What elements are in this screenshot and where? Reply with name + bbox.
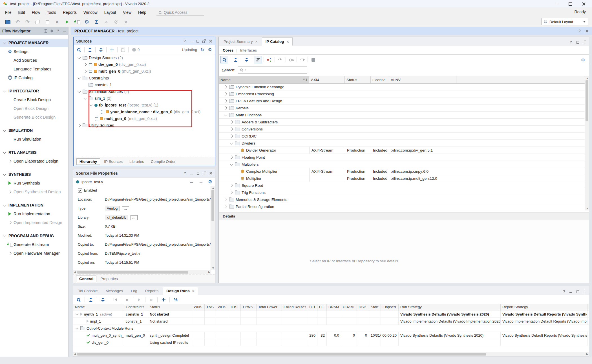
open-folder-button[interactable] xyxy=(3,18,13,26)
percent-icon[interactable]: % xyxy=(172,296,179,303)
maximize-button[interactable] xyxy=(568,2,572,6)
chevron-down-icon[interactable] xyxy=(3,89,6,92)
column-header-name[interactable]: Name xyxy=(73,304,124,311)
ip-row-trig-functions[interactable]: Trig Functions xyxy=(219,189,585,196)
bottom-tab-log[interactable]: Log xyxy=(127,287,141,295)
undo-button[interactable]: ↶ xyxy=(13,18,23,26)
column-header-constraints[interactable]: Constraints xyxy=(124,304,148,311)
minimize-panel-icon[interactable] xyxy=(63,29,66,33)
column-header-license[interactable]: License xyxy=(371,76,389,83)
chevron-down-icon[interactable] xyxy=(3,150,6,154)
add-sources-icon[interactable] xyxy=(108,46,116,53)
ip-search-input[interactable] xyxy=(238,66,307,74)
ip-row-multipliers[interactable]: Multipliers xyxy=(219,161,585,168)
redo-button[interactable]: ↷ xyxy=(23,18,32,26)
chevron-right-icon[interactable] xyxy=(224,99,227,102)
customize-ip-icon[interactable] xyxy=(277,56,284,63)
close-icon[interactable]: × xyxy=(192,289,195,293)
column-header-lut[interactable]: LUT xyxy=(307,304,317,311)
run-row-synth-1[interactable]: synth_1 (active)constrs_1Not startedViva… xyxy=(73,311,589,318)
chevron-down-icon[interactable] xyxy=(89,103,92,106)
field-input[interactable]: Verilog xyxy=(105,206,120,211)
column-header-start[interactable]: Start xyxy=(369,304,381,311)
float-panel-icon[interactable] xyxy=(583,41,586,44)
flow-item-run-implementation[interactable]: Run Implementation xyxy=(0,209,68,218)
chevron-down-icon[interactable] xyxy=(230,162,233,165)
column-header-ff[interactable]: FF xyxy=(317,304,327,311)
chevron-down-icon[interactable] xyxy=(78,90,81,93)
run-button[interactable] xyxy=(62,18,72,26)
minimize-panel-icon[interactable] xyxy=(189,39,193,43)
column-header-run_strategy[interactable]: Run Strategy xyxy=(399,304,501,311)
scroll-up-icon[interactable]: ▲ xyxy=(586,76,589,80)
sfp-tab-properties[interactable]: Properties xyxy=(98,276,121,282)
flow-item-generate-bitstream[interactable]: Generate Bitstream xyxy=(0,240,68,249)
chevron-down-icon[interactable] xyxy=(3,203,6,206)
ip-row-floating-point[interactable]: Floating Point xyxy=(219,154,585,161)
flow-item-open-hardware-manager[interactable]: Open Hardware Manager xyxy=(0,249,68,258)
ip-row-conversions[interactable]: Conversions xyxy=(219,126,585,133)
chevron-down-icon[interactable] xyxy=(78,76,81,79)
collapse-all-icon[interactable] xyxy=(232,56,239,63)
ip-row-fpga-features-and-design[interactable]: FPGA Features and Design xyxy=(219,97,585,105)
chevron-right-icon[interactable] xyxy=(224,198,227,201)
run-icon[interactable] xyxy=(136,296,143,303)
layout-selector[interactable]: Default Layout xyxy=(541,18,588,25)
sources-tree-row-your-instance-name-div-gen-0[interactable]: your_instance_name : div_gen_0 (div_gen_… xyxy=(74,108,215,115)
bottom-tab-messages[interactable]: Messages xyxy=(102,287,127,295)
chevron-right-icon[interactable] xyxy=(83,70,87,73)
ip-row-memories-storage-elements[interactable]: Memories & Storage Elements xyxy=(219,196,585,203)
chevron-right-icon[interactable] xyxy=(230,127,233,130)
chevron-right-icon[interactable] xyxy=(8,252,11,255)
go-next-icon[interactable]: » xyxy=(148,296,155,303)
sigma-button[interactable]: Σ xyxy=(92,18,101,26)
field-input[interactable]: xil_defaultlib xyxy=(105,215,128,220)
scroll-left-icon[interactable]: ◀ xyxy=(74,270,76,274)
flow-item-settings[interactable]: ⚙Settings xyxy=(0,47,68,56)
bottom-tab-design-runs[interactable]: Design Runs× xyxy=(163,287,198,295)
sources-tree-row-sim-1[interactable]: sim_1 (2) xyxy=(74,95,215,102)
chevron-down-icon[interactable] xyxy=(3,128,6,132)
scroll-down-icon[interactable]: ▼ xyxy=(212,266,215,270)
menu-layout[interactable]: Layout xyxy=(101,9,120,16)
chevron-right-icon[interactable] xyxy=(78,124,81,127)
ellipsis-button[interactable]: ... xyxy=(131,215,138,220)
filter-compatible-icon[interactable] xyxy=(254,56,262,63)
close-panel-icon[interactable] xyxy=(209,172,213,175)
chevron-right-icon[interactable] xyxy=(224,106,227,109)
float-panel-icon[interactable] xyxy=(203,172,206,175)
sfp-tab-general[interactable]: General xyxy=(76,276,96,282)
group-by-icon[interactable] xyxy=(266,56,273,63)
ip-row-square-root[interactable]: Square Root xyxy=(219,182,585,189)
chevron-down-icon[interactable] xyxy=(224,113,227,116)
search-icon[interactable] xyxy=(75,296,82,303)
run-row-out-of-context-module-runs[interactable]: Out-of-Context Module Runs xyxy=(73,325,589,332)
chevron-right-icon[interactable] xyxy=(224,205,227,208)
sources-tab-libraries[interactable]: Libraries xyxy=(127,159,147,165)
flow-item-open-block-design[interactable]: Open Block Design xyxy=(0,104,68,113)
scroll-right-icon[interactable]: ▶ xyxy=(586,352,588,356)
quick-access-search[interactable]: Quick Access xyxy=(156,9,204,16)
chevron-down-icon[interactable] xyxy=(75,326,78,329)
flow-section-header-project-manager[interactable]: PROJECT MANAGER xyxy=(0,39,68,47)
sources-tree-row-design-sources[interactable]: Design Sources (2) xyxy=(74,54,215,61)
column-header-status[interactable]: Status xyxy=(148,304,192,311)
search-icon[interactable] xyxy=(75,46,83,53)
column-header-status[interactable]: Status xyxy=(345,76,371,83)
menu-reports[interactable]: Reports xyxy=(59,9,80,16)
sources-tab-hierarchy[interactable]: Hierarchy xyxy=(76,158,100,165)
cancel-button[interactable]: × xyxy=(121,18,131,26)
ip-row-embedded-processing[interactable]: Embedded Processing xyxy=(219,90,585,97)
menu-file[interactable]: File xyxy=(2,9,15,16)
chevron-right-icon[interactable] xyxy=(230,120,233,123)
abort-button[interactable]: × xyxy=(101,18,111,26)
expand-all-icon[interactable] xyxy=(50,29,53,32)
search-icon[interactable] xyxy=(220,56,228,63)
messages-badge-icon[interactable] xyxy=(130,46,138,53)
menu-flow[interactable]: Flow xyxy=(28,9,44,16)
back-arrow-icon[interactable]: ← xyxy=(189,179,194,185)
chevron-right-icon[interactable] xyxy=(8,221,11,224)
minimize-panel-icon[interactable] xyxy=(190,172,193,175)
close-icon[interactable] xyxy=(585,29,589,33)
help-panel-icon[interactable] xyxy=(562,290,566,293)
